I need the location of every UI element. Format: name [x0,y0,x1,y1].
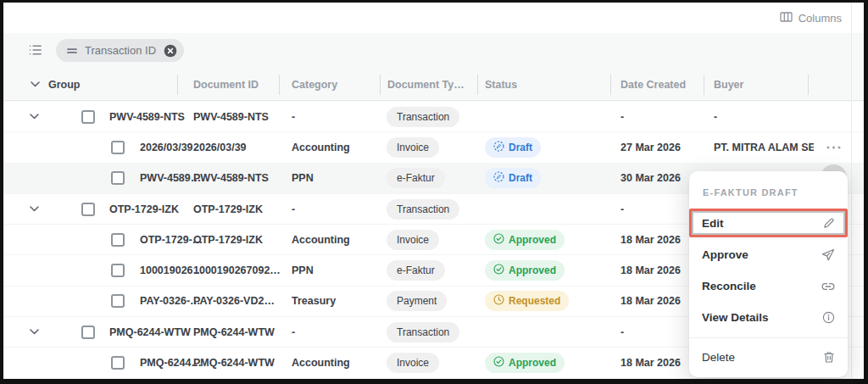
doc-type-cell: Invoice [387,132,439,162]
expand-chevron-icon[interactable] [30,194,39,224]
category-cell: - [292,194,295,224]
menu-item-delete[interactable]: Delete [689,342,848,373]
buyer-cell: - [714,102,717,131]
row-checkbox[interactable] [81,203,95,216]
status-label: Draft [509,142,532,153]
header-category[interactable]: Category [292,69,337,101]
row-checkbox-cell [111,287,125,316]
row-checkbox[interactable] [81,110,95,124]
status-badge: Approved [485,230,565,250]
document-id-cell: PWV-4589-NTS [193,164,269,193]
group-label: OTP-1729-IZK [109,194,179,224]
row-checkbox-cell [81,102,95,131]
row-checkbox[interactable] [111,171,125,185]
status-cell: Approved [485,348,565,377]
buyer-cell: PT. MITRA ALAM SEGA [714,132,814,162]
menu-item-label: Reconcile [702,280,756,292]
row-checkbox-cell [111,255,125,285]
right-divider [851,3,852,379]
status-label: Approved [509,234,556,246]
remove-filter-icon[interactable] [164,44,177,58]
table-row: 2026/03/392026/03/39AccountingInvoiceDra… [3,132,864,163]
menu-item-reconcile[interactable]: Reconcile [689,270,848,302]
document-id-cell: PWV-4589-NTS [193,102,269,131]
menu-item-label: Delete [702,351,735,364]
row-checkbox[interactable] [111,141,125,154]
doc-type-cell: Transaction [387,102,459,131]
date-created-cell: 18 Mar 2026 [620,255,681,285]
status-label: Requested [509,295,560,307]
menu-item-view-details[interactable]: View Details [689,302,848,333]
doc-type-badge: e-Faktur [387,168,445,188]
clock-icon [493,294,504,308]
date-created-cell: - [620,194,624,224]
doc-type-badge: e-Faktur [387,260,445,281]
row-checkbox-cell [81,194,95,224]
group-label: PMQ-6244-WTW [109,317,191,347]
expand-chevron-icon[interactable] [30,102,39,131]
app-window: Columns Transaction ID Group Document ID… [0,0,868,384]
header-date-created[interactable]: Date Created [620,69,686,101]
status-cell: Requested [485,287,569,316]
group-sort-chevron-icon[interactable] [31,69,40,100]
date-created-cell: 30 Mar 2026 [620,164,681,193]
status-badge: Approved [485,260,565,281]
top-toolbar: Columns [3,3,864,33]
category-cell: PPN [292,164,314,193]
filter-chip-transaction-id[interactable]: Transaction ID [56,39,184,62]
header-document-id[interactable]: Document ID [193,69,259,101]
doc-type-cell: Transaction [387,194,459,224]
check-circle-icon [493,264,504,277]
doc-type-badge: Invoice [387,230,439,250]
row-checkbox[interactable] [111,356,125,370]
columns-icon [780,12,793,25]
pencil-icon [822,217,835,230]
row-checkbox-cell [81,317,95,347]
row-checkbox[interactable] [81,326,95,339]
row-actions-button[interactable] [822,132,844,162]
doc-type-badge: Payment [387,291,447,311]
row-checkbox-cell [111,348,125,377]
date-created-cell: - [620,102,624,131]
menu-divider [689,337,848,338]
group-label: PWV-4589-NTS [109,102,185,131]
columns-button[interactable]: Columns [780,3,842,33]
row-checkbox[interactable] [111,264,125,277]
doc-type-badge: Invoice [387,353,439,373]
doc-type-cell: Transaction [387,317,459,347]
doc-type-cell: Invoice [387,348,439,377]
check-circle-icon [493,233,504,247]
category-cell: PPN [292,255,314,285]
status-badge: Requested [485,291,569,311]
send-icon [821,248,835,262]
row-checkbox[interactable] [111,233,125,247]
draft-icon [493,141,504,154]
columns-button-label: Columns [798,12,842,25]
document-id-cell: 2026/03/39 [193,132,247,162]
row-checkbox[interactable] [111,294,125,308]
header-group[interactable]: Group [48,69,81,101]
doc-type-badge: Invoice [387,137,439,158]
doc-type-cell: e-Faktur [387,255,445,285]
row-checkbox-cell [111,132,125,162]
trash-icon [823,351,835,364]
table-header: Group Document ID Category Document Ty… … [3,69,864,101]
status-badge: Approved [485,353,565,373]
filter-settings-icon[interactable] [29,44,42,59]
menu-item-edit[interactable]: Edit [689,209,848,237]
category-cell: - [292,102,295,131]
table-row: PWV-4589-NTSPWV-4589-NTS-Transaction-- [3,102,864,132]
doc-type-cell: Payment [387,287,447,316]
equals-icon [67,44,77,57]
expand-chevron-icon[interactable] [30,317,39,347]
date-created-cell: 18 Mar 2026 [620,348,681,377]
menu-item-approve[interactable]: Approve [689,239,848,270]
date-created-cell: 27 Mar 2026 [620,132,681,162]
doc-type-badge: Transaction [387,322,459,342]
filter-chip-label: Transaction ID [85,44,156,57]
header-document-type[interactable]: Document Ty… [387,69,465,101]
header-buyer[interactable]: Buyer [714,69,743,101]
header-status[interactable]: Status [485,69,517,101]
document-id-cell: OTP-1729-IZK [193,225,263,254]
status-label: Approved [509,357,556,369]
